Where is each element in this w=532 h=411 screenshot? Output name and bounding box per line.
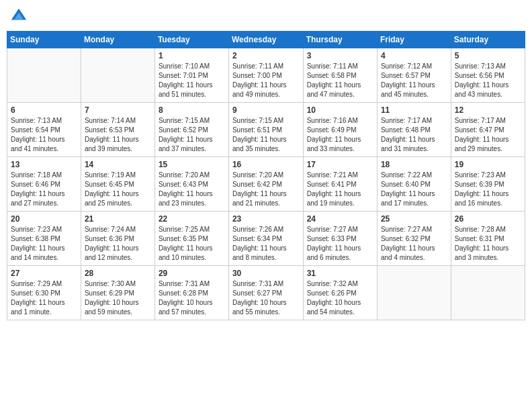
calendar-cell	[451, 266, 525, 320]
calendar-cell	[377, 266, 451, 320]
day-number: 29	[159, 269, 225, 278]
calendar-cell: 6Sunrise: 7:13 AM Sunset: 6:54 PM Daylig…	[7, 103, 81, 157]
day-number: 18	[381, 160, 447, 169]
calendar-cell: 29Sunrise: 7:31 AM Sunset: 6:28 PM Dayli…	[154, 266, 228, 320]
day-number: 1	[159, 51, 225, 60]
day-number: 12	[455, 105, 521, 115]
calendar-cell: 14Sunrise: 7:19 AM Sunset: 6:45 PM Dayli…	[81, 157, 154, 212]
day-number: 17	[307, 160, 373, 169]
calendar-cell: 11Sunrise: 7:17 AM Sunset: 6:48 PM Dayli…	[377, 103, 451, 157]
day-info: Sunrise: 7:10 AM Sunset: 7:01 PM Dayligh…	[159, 62, 225, 99]
week-row-2: 6Sunrise: 7:13 AM Sunset: 6:54 PM Daylig…	[7, 103, 525, 157]
weekday-header-thursday: Thursday	[303, 32, 377, 48]
day-info: Sunrise: 7:19 AM Sunset: 6:45 PM Dayligh…	[85, 171, 151, 208]
calendar-cell: 3Sunrise: 7:11 AM Sunset: 6:58 PM Daylig…	[303, 48, 377, 103]
day-info: Sunrise: 7:30 AM Sunset: 6:29 PM Dayligh…	[85, 279, 151, 317]
weekday-header-row: SundayMondayTuesdayWednesdayThursdayFrid…	[7, 32, 525, 48]
day-number: 11	[381, 105, 447, 115]
day-info: Sunrise: 7:17 AM Sunset: 6:47 PM Dayligh…	[455, 116, 521, 154]
day-number: 30	[232, 269, 300, 278]
day-info: Sunrise: 7:22 AM Sunset: 6:40 PM Dayligh…	[381, 171, 447, 208]
day-info: Sunrise: 7:28 AM Sunset: 6:31 PM Dayligh…	[455, 225, 521, 263]
day-info: Sunrise: 7:20 AM Sunset: 6:43 PM Dayligh…	[159, 171, 225, 208]
calendar-cell: 31Sunrise: 7:32 AM Sunset: 6:26 PM Dayli…	[303, 266, 377, 320]
logo	[9, 7, 31, 26]
week-row-3: 13Sunrise: 7:18 AM Sunset: 6:46 PM Dayli…	[7, 157, 525, 212]
calendar-cell: 7Sunrise: 7:14 AM Sunset: 6:53 PM Daylig…	[81, 103, 154, 157]
day-number: 28	[85, 269, 151, 278]
calendar-cell: 13Sunrise: 7:18 AM Sunset: 6:46 PM Dayli…	[7, 157, 81, 212]
day-number: 24	[307, 214, 373, 224]
day-info: Sunrise: 7:17 AM Sunset: 6:48 PM Dayligh…	[381, 116, 447, 154]
day-number: 3	[307, 51, 373, 60]
weekday-header-saturday: Saturday	[451, 32, 525, 48]
week-row-4: 20Sunrise: 7:23 AM Sunset: 6:38 PM Dayli…	[7, 212, 525, 266]
calendar-cell: 28Sunrise: 7:30 AM Sunset: 6:29 PM Dayli…	[81, 266, 154, 320]
calendar-cell	[7, 48, 81, 103]
day-number: 5	[455, 51, 521, 60]
calendar-cell	[81, 48, 154, 103]
weekday-header-sunday: Sunday	[7, 32, 81, 48]
weekday-header-tuesday: Tuesday	[154, 32, 228, 48]
day-number: 2	[232, 51, 300, 60]
day-info: Sunrise: 7:13 AM Sunset: 6:54 PM Dayligh…	[11, 116, 77, 154]
day-info: Sunrise: 7:16 AM Sunset: 6:49 PM Dayligh…	[307, 116, 373, 154]
day-info: Sunrise: 7:23 AM Sunset: 6:39 PM Dayligh…	[455, 171, 521, 208]
day-number: 19	[455, 160, 521, 169]
day-number: 16	[232, 160, 300, 169]
day-number: 4	[381, 51, 447, 60]
day-info: Sunrise: 7:11 AM Sunset: 7:00 PM Dayligh…	[232, 62, 300, 99]
day-info: Sunrise: 7:31 AM Sunset: 6:27 PM Dayligh…	[232, 279, 300, 317]
day-number: 26	[455, 214, 521, 224]
calendar-cell: 15Sunrise: 7:20 AM Sunset: 6:43 PM Dayli…	[154, 157, 228, 212]
logo-icon	[9, 7, 28, 26]
day-info: Sunrise: 7:31 AM Sunset: 6:28 PM Dayligh…	[159, 279, 225, 317]
day-info: Sunrise: 7:27 AM Sunset: 6:33 PM Dayligh…	[307, 225, 373, 263]
week-row-5: 27Sunrise: 7:29 AM Sunset: 6:30 PM Dayli…	[7, 266, 525, 320]
calendar-cell: 26Sunrise: 7:28 AM Sunset: 6:31 PM Dayli…	[451, 212, 525, 266]
day-number: 21	[85, 214, 151, 224]
calendar-cell: 9Sunrise: 7:15 AM Sunset: 6:51 PM Daylig…	[228, 103, 303, 157]
day-info: Sunrise: 7:25 AM Sunset: 6:35 PM Dayligh…	[159, 225, 225, 263]
calendar: SundayMondayTuesdayWednesdayThursdayFrid…	[7, 31, 525, 320]
weekday-header-friday: Friday	[377, 32, 451, 48]
calendar-cell: 25Sunrise: 7:27 AM Sunset: 6:32 PM Dayli…	[377, 212, 451, 266]
calendar-cell: 12Sunrise: 7:17 AM Sunset: 6:47 PM Dayli…	[451, 103, 525, 157]
day-number: 8	[159, 105, 225, 115]
day-info: Sunrise: 7:15 AM Sunset: 6:52 PM Dayligh…	[159, 116, 225, 154]
calendar-cell: 21Sunrise: 7:24 AM Sunset: 6:36 PM Dayli…	[81, 212, 154, 266]
day-info: Sunrise: 7:29 AM Sunset: 6:30 PM Dayligh…	[11, 279, 77, 317]
day-number: 25	[381, 214, 447, 224]
calendar-cell: 30Sunrise: 7:31 AM Sunset: 6:27 PM Dayli…	[228, 266, 303, 320]
calendar-cell: 5Sunrise: 7:13 AM Sunset: 6:56 PM Daylig…	[451, 48, 525, 103]
day-number: 22	[159, 214, 225, 224]
day-info: Sunrise: 7:23 AM Sunset: 6:38 PM Dayligh…	[11, 225, 77, 263]
calendar-cell: 20Sunrise: 7:23 AM Sunset: 6:38 PM Dayli…	[7, 212, 81, 266]
day-info: Sunrise: 7:20 AM Sunset: 6:42 PM Dayligh…	[232, 171, 300, 208]
calendar-cell: 24Sunrise: 7:27 AM Sunset: 6:33 PM Dayli…	[303, 212, 377, 266]
calendar-cell: 27Sunrise: 7:29 AM Sunset: 6:30 PM Dayli…	[7, 266, 81, 320]
calendar-cell: 8Sunrise: 7:15 AM Sunset: 6:52 PM Daylig…	[154, 103, 228, 157]
day-info: Sunrise: 7:21 AM Sunset: 6:41 PM Dayligh…	[307, 171, 373, 208]
day-info: Sunrise: 7:11 AM Sunset: 6:58 PM Dayligh…	[307, 62, 373, 99]
calendar-cell: 4Sunrise: 7:12 AM Sunset: 6:57 PM Daylig…	[377, 48, 451, 103]
day-number: 14	[85, 160, 151, 169]
day-number: 10	[307, 105, 373, 115]
day-info: Sunrise: 7:12 AM Sunset: 6:57 PM Dayligh…	[381, 62, 447, 99]
day-number: 6	[11, 105, 77, 115]
day-info: Sunrise: 7:24 AM Sunset: 6:36 PM Dayligh…	[85, 225, 151, 263]
calendar-cell: 1Sunrise: 7:10 AM Sunset: 7:01 PM Daylig…	[154, 48, 228, 103]
day-info: Sunrise: 7:13 AM Sunset: 6:56 PM Dayligh…	[455, 62, 521, 99]
day-number: 23	[232, 214, 300, 224]
day-info: Sunrise: 7:15 AM Sunset: 6:51 PM Dayligh…	[232, 116, 300, 154]
calendar-cell: 22Sunrise: 7:25 AM Sunset: 6:35 PM Dayli…	[154, 212, 228, 266]
day-info: Sunrise: 7:18 AM Sunset: 6:46 PM Dayligh…	[11, 171, 77, 208]
page-header	[7, 7, 525, 26]
day-info: Sunrise: 7:27 AM Sunset: 6:32 PM Dayligh…	[381, 225, 447, 263]
day-info: Sunrise: 7:14 AM Sunset: 6:53 PM Dayligh…	[85, 116, 151, 154]
day-number: 9	[232, 105, 300, 115]
day-number: 27	[11, 269, 77, 278]
calendar-cell: 2Sunrise: 7:11 AM Sunset: 7:00 PM Daylig…	[228, 48, 303, 103]
day-number: 20	[11, 214, 77, 224]
calendar-cell: 23Sunrise: 7:26 AM Sunset: 6:34 PM Dayli…	[228, 212, 303, 266]
